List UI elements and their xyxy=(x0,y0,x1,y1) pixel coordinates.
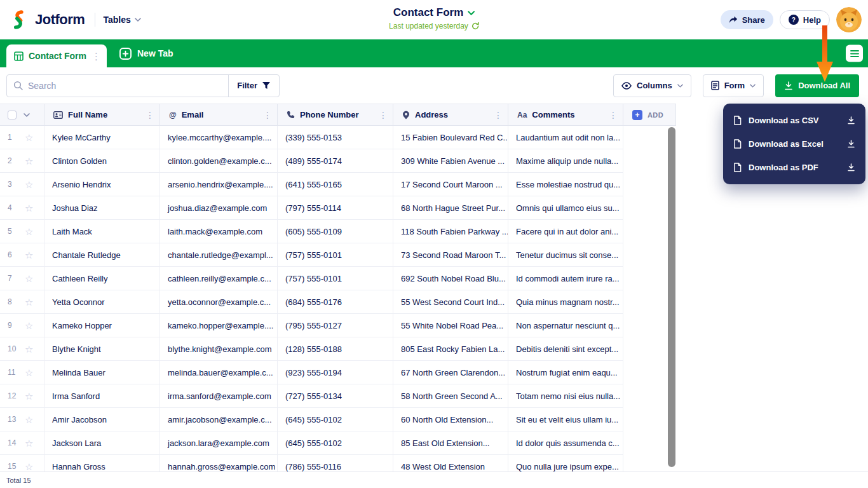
cell-address[interactable]: 118 South Fabien Parkway ... xyxy=(393,220,508,243)
cell-comments[interactable]: Id commodi autem irure ra... xyxy=(508,267,623,290)
cell-full-name[interactable]: Arsenio Hendrix xyxy=(44,173,160,196)
select-all-checkbox[interactable] xyxy=(8,111,17,119)
cell-address[interactable]: 15 Fabien Boulevard Red C... xyxy=(393,126,508,149)
cell-email[interactable]: irma.sanford@example.com xyxy=(160,384,278,407)
cell-phone[interactable]: (339) 555-0153 xyxy=(278,126,393,149)
cell-comments[interactable]: Omnis qui ullamco eius su... xyxy=(508,196,623,219)
cell-comments[interactable]: Tenetur ducimus sit conse... xyxy=(508,243,623,266)
cell-phone[interactable]: (757) 555-0101 xyxy=(278,267,393,290)
cell-full-name[interactable]: Joshua Diaz xyxy=(44,196,160,219)
star-icon[interactable]: ☆ xyxy=(25,391,33,401)
cell-full-name[interactable]: Laith Mack xyxy=(44,220,160,243)
table-row[interactable]: 11 ☆ Melinda Bauer melinda.bauer@example… xyxy=(0,361,623,384)
cell-address[interactable]: 73 Second Road Maroon T... xyxy=(393,243,508,266)
table-row[interactable]: 9 ☆ Kameko Hopper kameko.hopper@example.… xyxy=(0,314,623,337)
menu-item-download-csv[interactable]: Download as CSV xyxy=(723,109,865,132)
cell-full-name[interactable]: Kylee McCarthy xyxy=(44,126,160,149)
star-icon[interactable]: ☆ xyxy=(25,250,33,260)
column-menu-icon[interactable]: ⋮ xyxy=(494,110,503,120)
cell-comments[interactable]: Sit eu et velit eius ullam iu... xyxy=(508,408,623,431)
cell-address[interactable]: 805 East Rocky Fabien La... xyxy=(393,337,508,360)
cell-email[interactable]: melinda.bauer@example.c... xyxy=(160,361,278,384)
column-header-comments[interactable]: Aa Comments ⋮ xyxy=(508,104,623,125)
cell-full-name[interactable]: Kameko Hopper xyxy=(44,314,160,337)
cell-email[interactable]: laith.mack@example.com xyxy=(160,220,278,243)
table-row[interactable]: 10 ☆ Blythe Knight blythe.knight@example… xyxy=(0,337,623,361)
table-row[interactable]: 1 ☆ Kylee McCarthy kylee.mccarthy@exampl… xyxy=(0,126,623,149)
cell-address[interactable]: 48 West Old Extension xyxy=(393,455,508,471)
menu-item-download-excel[interactable]: Download as Excel xyxy=(723,132,865,156)
cell-address[interactable]: 67 North Green Clarendon... xyxy=(393,361,508,384)
cell-comments[interactable]: Laudantium aut odit non la... xyxy=(508,126,623,149)
cell-address[interactable]: 58 North Green Second A... xyxy=(393,384,508,407)
cell-email[interactable]: clinton.golden@example.c... xyxy=(160,149,278,172)
star-icon[interactable]: ☆ xyxy=(25,156,33,166)
cell-phone[interactable]: (786) 555-0116 xyxy=(278,455,393,471)
star-icon[interactable]: ☆ xyxy=(25,297,33,307)
cell-full-name[interactable]: Blythe Knight xyxy=(44,337,160,360)
cell-comments[interactable]: Totam nemo nisi eius nulla... xyxy=(508,384,623,407)
filter-button[interactable]: Filter xyxy=(228,75,279,97)
cell-phone[interactable]: (795) 555-0127 xyxy=(278,314,393,337)
cell-phone[interactable]: (684) 555-0176 xyxy=(278,290,393,313)
cell-address[interactable]: 85 East Old Extension... xyxy=(393,431,508,454)
star-icon[interactable]: ☆ xyxy=(25,133,33,142)
cell-address[interactable]: 55 White Nobel Road Pea... xyxy=(393,314,508,337)
column-header-address[interactable]: Address ⋮ xyxy=(393,104,508,125)
star-icon[interactable]: ☆ xyxy=(25,344,33,354)
menu-item-download-pdf[interactable]: Download as PDF xyxy=(723,156,865,179)
cell-phone[interactable]: (757) 555-0101 xyxy=(278,243,393,266)
star-icon[interactable]: ☆ xyxy=(25,180,33,189)
cell-email[interactable]: kylee.mccarthy@example.... xyxy=(160,126,278,149)
cell-full-name[interactable]: Amir Jacobson xyxy=(44,408,160,431)
cell-full-name[interactable]: Irma Sanford xyxy=(44,384,160,407)
sheet-list-button[interactable] xyxy=(846,45,863,62)
cell-address[interactable]: 692 South Nobel Road Blu... xyxy=(393,267,508,290)
cell-comments[interactable]: Facere qui in aut dolor ani... xyxy=(508,220,623,243)
cell-phone[interactable]: (128) 555-0188 xyxy=(278,337,393,360)
table-row[interactable]: 8 ☆ Yetta Oconnor yetta.oconnor@example.… xyxy=(0,290,623,314)
cell-address[interactable]: 55 West Second Court Ind... xyxy=(393,290,508,313)
cell-email[interactable]: arsenio.hendrix@example.... xyxy=(160,173,278,196)
tables-dropdown[interactable]: Tables xyxy=(103,15,140,25)
cell-full-name[interactable]: Yetta Oconnor xyxy=(44,290,160,313)
cell-email[interactable]: kameko.hopper@example.... xyxy=(160,314,278,337)
refresh-icon[interactable] xyxy=(471,22,479,30)
star-icon[interactable]: ☆ xyxy=(25,227,33,236)
table-row[interactable]: 13 ☆ Amir Jacobson amir.jacobson@example… xyxy=(0,408,623,431)
cell-full-name[interactable]: Hannah Gross xyxy=(44,455,160,471)
cell-full-name[interactable]: Chantale Rutledge xyxy=(44,243,160,266)
table-row[interactable]: 14 ☆ Jackson Lara jackson.lara@example.c… xyxy=(0,431,623,455)
cell-email[interactable]: yetta.oconnor@example.c... xyxy=(160,290,278,313)
table-row[interactable]: 2 ☆ Clinton Golden clinton.golden@exampl… xyxy=(0,149,623,173)
cell-comments[interactable]: Debitis deleniti sint except... xyxy=(508,337,623,360)
column-menu-icon[interactable]: ⋮ xyxy=(263,110,272,120)
star-icon[interactable]: ☆ xyxy=(25,321,33,330)
cell-email[interactable]: blythe.knight@example.com xyxy=(160,337,278,360)
star-icon[interactable]: ☆ xyxy=(25,438,33,448)
table-row[interactable]: 6 ☆ Chantale Rutledge chantale.rutledge@… xyxy=(0,243,623,267)
new-tab-button[interactable]: New Tab xyxy=(119,48,173,60)
cell-email[interactable]: amir.jacobson@example.c... xyxy=(160,408,278,431)
star-icon[interactable]: ☆ xyxy=(25,462,33,471)
columns-button[interactable]: Columns xyxy=(613,74,691,97)
cell-comments[interactable]: Esse molestiae nostrud qu... xyxy=(508,173,623,196)
cell-address[interactable]: 17 Second Court Maroon ... xyxy=(393,173,508,196)
cell-full-name[interactable]: Jackson Lara xyxy=(44,431,160,454)
cell-phone[interactable]: (645) 555-0102 xyxy=(278,408,393,431)
add-column-button[interactable]: + ADD xyxy=(623,104,675,125)
cell-phone[interactable]: (727) 555-0134 xyxy=(278,384,393,407)
column-header-phone[interactable]: Phone Number ⋮ xyxy=(278,104,393,125)
cell-full-name[interactable]: Clinton Golden xyxy=(44,149,160,172)
cell-email[interactable]: jackson.lara@example.com xyxy=(160,431,278,454)
user-avatar[interactable] xyxy=(836,7,862,32)
selector-chevron-icon[interactable] xyxy=(24,113,30,117)
table-row[interactable]: 12 ☆ Irma Sanford irma.sanford@example.c… xyxy=(0,384,623,408)
cell-email[interactable]: cathleen.reilly@example.c... xyxy=(160,267,278,290)
download-all-button[interactable]: Download All xyxy=(775,74,859,97)
cell-phone[interactable]: (641) 555-0165 xyxy=(278,173,393,196)
cell-comments[interactable]: Quia minus magnam nostr... xyxy=(508,290,623,313)
cell-comments[interactable]: Nostrum fugiat enim eaqu... xyxy=(508,361,623,384)
table-row[interactable]: 4 ☆ Joshua Diaz joshua.diaz@example.com … xyxy=(0,196,623,220)
star-icon[interactable]: ☆ xyxy=(25,415,33,424)
